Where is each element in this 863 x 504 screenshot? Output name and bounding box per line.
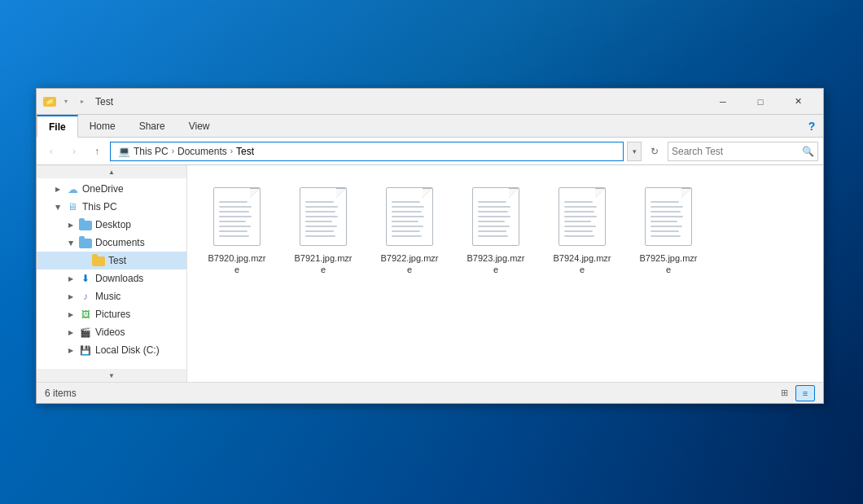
file-item-2[interactable]: B7922.jpg.mzre [373, 178, 446, 282]
address-path[interactable]: 💻 This PC › Documents › Test [110, 142, 624, 161]
tab-view[interactable]: View [177, 115, 222, 137]
sidebar-item-downloads[interactable]: ▶ ⬇ Downloads [37, 270, 186, 287]
main-area: ▲ ▶ ☁ OneDrive ▶ 🖥 This PC ▶ [37, 165, 823, 382]
cloud-icon: ☁ [66, 182, 79, 195]
document-icon-2 [386, 187, 433, 246]
tab-home[interactable]: Home [78, 115, 128, 137]
file-item-3[interactable]: B7923.jpg.mzre [459, 178, 532, 282]
music-icon: ♪ [79, 290, 92, 303]
path-this-pc[interactable]: This PC [134, 146, 169, 157]
document-icon-1 [300, 187, 347, 246]
expand-arrow-downloads: ▶ [66, 275, 76, 283]
sidebar-label-documents: Documents [95, 237, 145, 248]
expand-arrow-music: ▶ [66, 293, 76, 300]
file-icon-2 [380, 184, 439, 249]
sidebar-label-this-pc: This PC [82, 201, 117, 213]
document-icon-0 [213, 187, 261, 246]
window-icon: 📁 [43, 97, 56, 107]
refresh-button[interactable]: ↻ [645, 142, 664, 161]
maximize-button[interactable]: □ [742, 89, 779, 115]
path-documents[interactable]: Documents [177, 146, 227, 157]
sidebar-item-documents[interactable]: ▶ Documents [37, 234, 186, 252]
title-bar: 📁 ▾ ▸ Test ─ □ ✕ [37, 89, 823, 115]
sidebar-label-videos: Videos [95, 327, 125, 338]
document-icon-4 [559, 187, 606, 246]
title-bar-arrow1: ▾ [59, 95, 72, 108]
up-button[interactable]: ↑ [87, 142, 107, 161]
file-icon-0 [208, 184, 266, 249]
expand-arrow-videos: ▶ [66, 329, 76, 336]
back-button[interactable]: ‹ [42, 142, 61, 161]
sidebar-label-pictures: Pictures [95, 309, 130, 320]
file-item-1[interactable]: B7921.jpg.mzre [287, 178, 360, 282]
document-icon-5 [645, 187, 692, 246]
sidebar-label-music: Music [95, 291, 120, 302]
minimize-button[interactable]: ─ [704, 89, 742, 115]
search-box[interactable]: 🔍 [668, 142, 818, 161]
file-name-3: B7923.jpg.mzre [465, 252, 527, 276]
sidebar-scroll-up[interactable]: ▲ [37, 165, 186, 178]
sidebar-item-test[interactable]: Test [37, 252, 186, 270]
title-bar-icons: 📁 ▾ ▸ [43, 95, 89, 108]
sidebar-item-onedrive[interactable]: ▶ ☁ OneDrive [37, 180, 186, 198]
file-icon-5 [639, 184, 698, 249]
file-icon-4 [553, 184, 611, 249]
pictures-icon: 🖼 [79, 308, 92, 321]
expand-arrow-pictures: ▶ [66, 311, 76, 318]
desktop-folder-icon [79, 218, 92, 231]
sidebar-item-local-disk[interactable]: ▶ 💾 Local Disk (C:) [37, 341, 186, 359]
expand-arrow-this-pc: ▶ [55, 202, 62, 212]
disk-icon: 💾 [79, 344, 92, 357]
sidebar-scroll-down[interactable]: ▼ [37, 369, 186, 382]
file-icon-1 [294, 184, 353, 249]
search-input[interactable] [672, 146, 802, 157]
expand-arrow-documents: ▶ [68, 238, 75, 248]
status-bar: 6 items ⊞ ≡ [37, 382, 823, 403]
file-name-0: B7920.jpg.mzre [206, 252, 268, 276]
address-dropdown[interactable]: ▾ [627, 142, 642, 161]
help-button[interactable]: ? [800, 115, 823, 138]
sidebar-content: ▶ ☁ OneDrive ▶ 🖥 This PC ▶ Desktop [37, 165, 186, 374]
close-button[interactable]: ✕ [779, 89, 817, 115]
view-details-button[interactable]: ≡ [795, 385, 815, 401]
file-icon-3 [467, 184, 525, 249]
title-bar-arrow2: ▸ [76, 95, 89, 108]
view-large-icons-button[interactable]: ⊞ [774, 385, 794, 401]
file-name-5: B7925.jpg.mzre [637, 252, 699, 276]
search-icon[interactable]: 🔍 [802, 146, 814, 157]
expand-arrow-onedrive: ▶ [53, 186, 63, 193]
sidebar-label-test: Test [108, 255, 126, 266]
sidebar-item-this-pc[interactable]: ▶ 🖥 This PC [37, 198, 186, 216]
videos-icon: 🎬 [79, 326, 92, 339]
sidebar-label-downloads: Downloads [95, 273, 143, 284]
tab-file[interactable]: File [37, 115, 78, 138]
expand-arrow-desktop: ▶ [66, 221, 76, 229]
file-item-4[interactable]: B7924.jpg.mzre [545, 178, 619, 282]
sidebar-item-music[interactable]: ▶ ♪ Music [37, 287, 186, 305]
sidebar: ▲ ▶ ☁ OneDrive ▶ 🖥 This PC ▶ [37, 165, 187, 382]
status-items-count: 6 items [45, 388, 774, 399]
file-item-5[interactable]: B7925.jpg.mzre [632, 178, 705, 282]
file-grid: B7920.jpg.mzre B7921.jpg.mzre [187, 165, 823, 295]
sidebar-item-videos[interactable]: ▶ 🎬 Videos [37, 323, 186, 341]
path-sep-1: › [172, 147, 174, 156]
ribbon-tabs: File Home Share View ? [37, 115, 823, 138]
file-explorer-window: 📁 ▾ ▸ Test ─ □ ✕ File Home Share View ? … [36, 88, 824, 404]
window-controls: ─ □ ✕ [704, 89, 817, 115]
sidebar-label-local-disk: Local Disk (C:) [95, 344, 160, 356]
file-item-0[interactable]: B7920.jpg.mzre [200, 178, 274, 282]
window-title: Test [95, 96, 704, 107]
tab-share[interactable]: Share [128, 115, 177, 137]
path-test[interactable]: Test [236, 146, 254, 157]
this-pc-icon: 🖥 [66, 200, 79, 213]
expand-arrow-local-disk: ▶ [66, 347, 76, 354]
document-icon-3 [472, 187, 519, 246]
sidebar-item-pictures[interactable]: ▶ 🖼 Pictures [37, 305, 186, 323]
documents-folder-icon [79, 236, 92, 249]
path-sep-2: › [230, 147, 233, 156]
sidebar-item-desktop[interactable]: ▶ Desktop [37, 216, 186, 234]
sidebar-label-desktop: Desktop [95, 219, 131, 230]
file-name-4: B7924.jpg.mzre [551, 252, 613, 276]
computer-icon: 💻 [117, 145, 130, 158]
forward-button[interactable]: › [64, 142, 84, 161]
